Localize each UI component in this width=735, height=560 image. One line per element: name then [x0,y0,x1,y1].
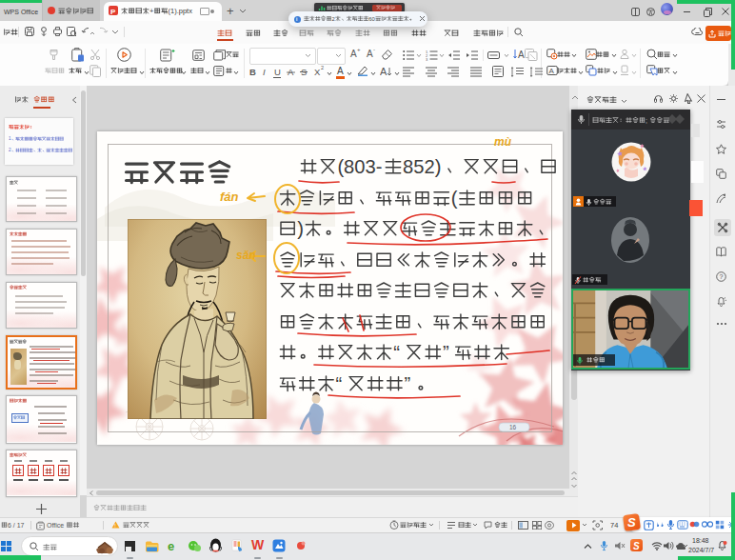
svg-text:e: e [168,539,174,553]
svg-text:A: A [518,50,525,60]
svg-text:(1).pptx: (1).pptx [169,7,193,15]
svg-text:S: S [633,541,640,551]
svg-text:A: A [367,49,373,59]
svg-text:A: A [337,66,344,76]
svg-text:2: 2 [321,65,324,70]
svg-text:U: U [274,67,281,77]
svg-text:+: + [357,47,361,52]
svg-text:6 / 17: 6 / 17 [8,522,25,529]
svg-text:X: X [314,67,321,77]
svg-text:I: I [263,67,266,77]
svg-text:S: S [627,515,636,530]
svg-text:+: + [149,7,154,15]
svg-text:-: - [373,47,375,52]
svg-text:+: + [227,4,234,18]
svg-text:60: 60 [368,16,375,22]
svg-text:WPS Office: WPS Office [4,8,38,14]
svg-text:B: B [249,67,256,77]
svg-text:;: ; [646,116,647,123]
svg-text:A: A [350,49,357,59]
svg-text:2: 2 [332,16,335,22]
svg-text:3: 3 [426,57,428,62]
svg-text:74: 74 [610,521,618,530]
svg-text:i: i [296,16,298,22]
svg-text:1: 1 [9,136,11,141]
svg-text:A: A [380,66,387,77]
svg-text:2: 2 [9,148,11,152]
svg-text:18:48: 18:48 [692,537,709,544]
svg-text:P: P [110,7,116,15]
svg-text:Office: Office [47,522,64,529]
svg-text:2024/7/7: 2024/7/7 [688,547,714,553]
svg-text:W: W [251,537,265,552]
svg-text:?: ? [719,273,723,280]
svg-text:mù: mù [494,135,512,149]
svg-text:sǎn: sǎn [236,249,256,262]
svg-text:fán: fán [220,190,239,204]
svg-text:A: A [549,67,555,75]
